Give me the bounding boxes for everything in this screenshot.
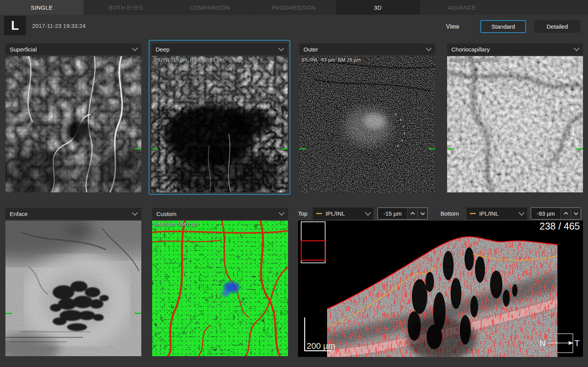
top-layer-name: IPL/INL (326, 210, 366, 217)
top-offset-increase-button[interactable] (407, 208, 417, 219)
bottom-offset-value: -93 µm (531, 208, 561, 219)
scan-position-marker (281, 148, 288, 149)
tab-advance[interactable]: ADVANCE (420, 0, 504, 15)
enface-panel: Enface (5, 208, 141, 356)
detailed-view-button[interactable]: Detailed (534, 20, 581, 33)
chevron-down-icon (132, 45, 138, 51)
scan-position-marker (281, 313, 288, 314)
bscan-scale-label: 200 µm (307, 341, 335, 351)
layer-line-swatch-icon (316, 213, 322, 214)
view-label: View (446, 23, 459, 30)
standard-view-button[interactable]: Standard (480, 20, 526, 33)
enface-layer-select[interactable]: Enface (5, 208, 141, 220)
superficial-panel: Superficial (5, 43, 141, 192)
outer-title: Outer (303, 46, 318, 53)
bottom-offset-stepper: -93 µm (531, 208, 581, 220)
chevron-up-icon (564, 212, 568, 216)
deep-panel: Deep IPL/INL -15 µm IPL/INL -93 µm (151, 43, 288, 192)
superficial-title: Superficial (10, 46, 37, 53)
chevron-down-icon (574, 211, 578, 215)
chevron-down-icon (132, 210, 138, 216)
top-boundary-label: Top (298, 210, 307, 217)
scan-position-marker (299, 148, 306, 149)
custom-composite-image[interactable]: ILM 0 µm BM 0 µm (152, 221, 288, 356)
scan-position-marker (576, 148, 583, 149)
scan-position-marker (152, 313, 159, 314)
bscan-viewport[interactable]: 238 / 465 200 µm (298, 221, 583, 357)
custom-title: Custom (156, 211, 177, 217)
bottom-layer-name: IPL/INL (479, 210, 519, 217)
chevron-down-icon (519, 209, 525, 216)
tab-both-eyes[interactable]: BOTH EYES (84, 0, 168, 15)
superficial-angiogram-image[interactable] (5, 56, 141, 192)
enface-title: Enface (10, 211, 28, 217)
view-mode-tabbar: SINGLE BOTH EYES COMPARISON PROGRESSION … (0, 0, 588, 15)
deep-slab-overlay: IPL/INL -15 µm IPL/INL -93 µm (154, 57, 224, 63)
choriocapillary-title: Choriocapillary (451, 46, 490, 53)
tab-single[interactable]: SINGLE (0, 0, 84, 15)
bottom-offset-increase-button[interactable] (561, 208, 571, 219)
chevron-down-icon (420, 211, 425, 215)
orientation-nasal-label: N (540, 338, 546, 348)
outer-angiogram-image[interactable]: IPL/INL -63 µm BM 26 µm (299, 56, 435, 192)
tabbar-filler (504, 0, 588, 15)
chevron-up-icon (410, 212, 415, 216)
outer-panel: Outer IPL/INL -63 µm BM 26 µm (299, 43, 435, 192)
scan-position-marker (5, 313, 12, 314)
custom-layer-select[interactable]: Custom (152, 208, 288, 220)
top-offset-stepper: -15 µm (377, 208, 428, 220)
scan-position-marker (447, 148, 454, 149)
chevron-down-icon (278, 45, 285, 51)
top-layer-select[interactable]: IPL/INL (313, 208, 374, 220)
choriocapillary-slab-overlay: BM 30 µm BM -60 µm (449, 57, 499, 63)
exam-timestamp: 2017-11-23 19:33:24 (32, 22, 86, 29)
bottom-offset-decrease-button[interactable] (571, 208, 581, 219)
deep-title: Deep (156, 46, 170, 53)
chevron-down-icon (574, 45, 580, 51)
orientation-temporal-label: T (574, 338, 579, 348)
scan-position-marker (135, 313, 141, 314)
top-offset-value: -15 µm (378, 208, 407, 219)
outer-layer-select[interactable]: Outer (299, 43, 435, 55)
tab-progression[interactable]: PROGRESSION (252, 0, 336, 15)
layer-line-swatch-icon (470, 213, 476, 214)
choriocapillary-panel: Choriocapillary BM 30 µm BM -60 µm (447, 43, 583, 192)
bscan-frame-counter: 238 / 465 (540, 221, 580, 232)
custom-slab-overlay: ILM 0 µm BM 0 µm (154, 222, 198, 227)
custom-panel: Custom ILM 0 µm BM 0 µm (152, 208, 288, 356)
scan-position-marker (135, 148, 141, 149)
eye-laterality-badge: L (4, 16, 26, 35)
choriocapillary-layer-select[interactable]: Choriocapillary (447, 43, 583, 55)
scan-position-marker (429, 148, 435, 149)
bottom-boundary-label: Bottom (441, 210, 459, 217)
outer-slab-overlay: IPL/INL -63 µm BM 26 µm (302, 57, 361, 63)
tab-3d[interactable]: 3D (336, 0, 420, 15)
deep-angiogram-image[interactable]: IPL/INL -15 µm IPL/INL -93 µm (151, 56, 288, 192)
enface-image[interactable] (5, 221, 141, 356)
scan-position-marker (151, 148, 158, 149)
chevron-down-icon (365, 209, 371, 216)
top-offset-decrease-button[interactable] (417, 208, 427, 219)
bscan-slab-controls: Top IPL/INL -15 µm Bottom IPL/INL -93 µm (298, 208, 583, 220)
deep-panel-selected-border: Deep IPL/INL -15 µm IPL/INL -93 µm (149, 40, 290, 195)
choriocapillary-angiogram-image[interactable]: BM 30 µm BM -60 µm (447, 56, 583, 192)
deep-layer-select[interactable]: Deep (151, 43, 288, 55)
bottom-layer-select[interactable]: IPL/INL (466, 208, 527, 220)
chevron-down-icon (279, 210, 285, 216)
superficial-layer-select[interactable]: Superficial (5, 43, 141, 55)
tab-comparison[interactable]: COMPARISON (168, 0, 252, 15)
chevron-down-icon (426, 45, 432, 51)
